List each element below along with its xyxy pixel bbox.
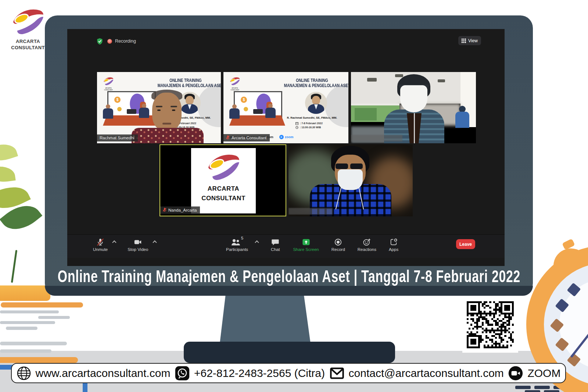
keyboard-key	[515, 386, 531, 389]
video-camera-icon	[134, 238, 142, 246]
slide-background: ARCARTA CONSULTANT ONLINE TRAINING MANAJ…	[223, 72, 348, 143]
paper-line	[38, 316, 70, 319]
monitor-stand-base	[184, 342, 395, 363]
zoom-camera-icon: ▸	[279, 135, 284, 139]
recording-dot-icon	[107, 39, 112, 44]
unmute-button[interactable]: Unmute	[93, 238, 108, 252]
monitor-chin	[45, 286, 533, 296]
phone-item: +62-812-2483-2565 (Citra)	[175, 366, 325, 381]
presenter-batik-shirt	[132, 128, 204, 143]
whatsapp-icon	[175, 366, 190, 381]
event-banner: Online Training Manajemen & Pengelolaan …	[45, 266, 533, 286]
participants-button[interactable]: 5 Participants	[226, 238, 248, 252]
paper-line	[0, 349, 51, 353]
slide-logo: ARCARTA CONSULTANT	[102, 76, 115, 91]
participant-name-tag-blurred	[288, 208, 333, 215]
participants-label: Participants	[226, 247, 248, 252]
mic-muted-icon	[226, 135, 230, 140]
globe-icon	[17, 366, 31, 381]
share-screen-button[interactable]: Share Screen	[293, 238, 319, 252]
ceiling-light	[367, 78, 377, 82]
apps-button[interactable]: Apps	[389, 238, 398, 252]
chat-label: Chat	[271, 247, 280, 252]
stop-video-button[interactable]: Stop Video	[128, 238, 148, 252]
keyboard-key	[525, 390, 540, 392]
arcarta-logo-icon	[10, 7, 46, 37]
video-tile-office[interactable]	[351, 72, 476, 143]
slide-title-line2: MANAJEMEN & PENGELOLAAN ASET	[158, 83, 214, 88]
presenter-brow	[156, 106, 162, 107]
reactions-smiley-icon	[363, 238, 371, 246]
qr-card	[462, 297, 518, 353]
slide-meta: : 7-8 Februari 2022 : 13.00-16.30 WIB	[295, 121, 323, 129]
participant-name: Rachmat Sumedhi	[100, 136, 135, 140]
slide-title-line1: ONLINE TRAINING	[158, 78, 214, 83]
phone-text: +62-812-2483-2565 (Citra)	[194, 367, 325, 380]
slide-logo-text: CONSULTANT	[229, 89, 241, 91]
zipper-line	[414, 113, 415, 143]
illustration-person	[229, 108, 240, 119]
video-tile-nanda[interactable]: ARCARTA CONSULTANT Nanda_Arcarta	[159, 144, 286, 216]
view-button[interactable]: View	[458, 36, 481, 45]
view-label: View	[468, 38, 478, 43]
video-tile-plaid[interactable]	[288, 144, 413, 216]
participants-count-badge: 5	[241, 236, 243, 240]
apps-label: Apps	[389, 247, 398, 252]
plant-leaf-icon	[0, 140, 18, 165]
slide-decor-circle	[197, 84, 221, 127]
slide-decor-circle	[325, 84, 348, 127]
video-tile-rachmat[interactable]: ARCARTA CONSULTANT ONLINE TRAINING MANAJ…	[97, 72, 221, 143]
participant-name-tag: Arcarta Consultant	[223, 134, 270, 141]
plant-stem	[11, 250, 17, 283]
poster-canvas: ARCARTA CONSULTANT	[0, 0, 588, 392]
book-stack	[0, 285, 50, 301]
brand-logo: ARCARTA CONSULTANT	[4, 7, 51, 51]
chevron-up-icon[interactable]	[255, 240, 259, 244]
speaker-photo	[305, 92, 327, 114]
record-button[interactable]: Record	[331, 238, 345, 252]
stop-video-label: Stop Video	[128, 247, 148, 252]
recording-label: Recording	[115, 39, 136, 44]
email-text: contact@arcartaconsultant.com	[349, 367, 504, 380]
illustration-person	[139, 108, 149, 118]
video-tile-arcarta[interactable]: ARCARTA CONSULTANT ONLINE TRAINING MANAJ…	[223, 72, 348, 143]
laptop-icon	[253, 109, 263, 114]
paper-line	[0, 321, 55, 324]
participant-name: Nanda_Arcarta	[168, 208, 197, 212]
illustration-person	[103, 108, 113, 119]
leave-button[interactable]: Leave	[456, 239, 475, 249]
website-text: www.arcartaconsultant.com	[36, 367, 171, 380]
logo-card-line2: CONSULTANT	[191, 194, 256, 203]
record-label: Record	[331, 247, 345, 252]
slide-title: ONLINE TRAINING MANAJEMEN & PENGELOLAAN …	[278, 78, 346, 88]
coin-icon: $	[241, 97, 247, 103]
logo-card-line1: ARCARTA	[191, 184, 256, 194]
brand-name-line2: CONSULTANT	[4, 44, 51, 51]
email-icon	[330, 366, 344, 381]
face-mask	[400, 85, 427, 112]
mic-muted-icon	[163, 208, 166, 212]
plant-leaf-icon	[0, 164, 16, 184]
platform-text: ZOOM	[527, 367, 560, 380]
chevron-up-icon[interactable]	[153, 240, 157, 244]
presenter-face	[152, 93, 182, 131]
paper-line	[6, 327, 37, 330]
contact-bar: www.arcartaconsultant.com +62-812-2483-2…	[11, 363, 566, 383]
presenter-brow	[171, 106, 177, 107]
zoom-camera-icon	[508, 366, 523, 381]
chat-button[interactable]: Chat	[271, 238, 280, 252]
participant-name-tag: Rachmat Sumedhi	[97, 134, 138, 141]
security-shield-icon[interactable]	[97, 38, 103, 45]
monitor: Recording View ARCARTA	[45, 15, 533, 296]
monitor-stand-neck	[220, 294, 311, 344]
mic-muted-icon	[96, 238, 104, 246]
zoom-window: Recording View ARCARTA	[67, 29, 505, 266]
coin-icon	[244, 107, 248, 111]
zoom-wordmark: zoom	[285, 135, 294, 139]
presenter-mouth	[162, 123, 171, 125]
participant-glasses	[336, 163, 365, 169]
paper-line	[0, 342, 67, 345]
chevron-up-icon[interactable]	[112, 240, 116, 244]
reactions-button[interactable]: Reactions	[358, 238, 376, 252]
arcarta-logo-card: ARCARTA CONSULTANT	[191, 148, 256, 213]
